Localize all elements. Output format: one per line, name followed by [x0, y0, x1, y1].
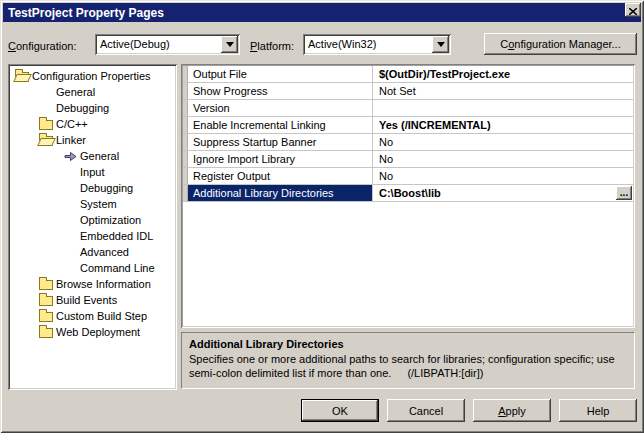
cancel-button[interactable]: Cancel: [387, 399, 465, 422]
property-row-output-file[interactable]: Output File$(OutDir)/TestProject.exe: [183, 66, 633, 83]
platform-label: Platform:: [250, 39, 294, 53]
description-text: Specifies one or more additional paths t…: [189, 352, 627, 380]
tree-item-debugging[interactable]: Debugging: [11, 100, 174, 116]
property-value[interactable]: C:\Boost\lib...: [373, 185, 633, 201]
folder-icon: [39, 120, 53, 130]
tree-item-c-cpp[interactable]: C/C++: [11, 116, 174, 132]
property-pages-dialog: TestProject Property Pages Configuration…: [0, 0, 644, 433]
property-value[interactable]: No: [373, 134, 633, 150]
tree-item-embedded-idl[interactable]: Embedded IDL: [11, 228, 174, 244]
property-row-register-output[interactable]: Register OutputNo: [183, 168, 633, 185]
configuration-manager-button[interactable]: Configuration Manager...: [484, 33, 637, 55]
property-value[interactable]: [373, 100, 633, 116]
configuration-select[interactable]: Active(Debug): [95, 34, 240, 55]
tree-item-command-line[interactable]: Command Line: [11, 260, 174, 276]
close-icon: [629, 3, 637, 18]
compiler-flag: (/LIBPATH:[dir]): [407, 367, 483, 379]
platform-select-value: Active(Win32): [303, 37, 430, 52]
close-button[interactable]: [625, 3, 641, 17]
tree-item-browse-information[interactable]: Browse Information: [11, 276, 174, 292]
apply-button[interactable]: Apply: [473, 399, 551, 422]
tree-item-custom-build-step[interactable]: Custom Build Step: [11, 308, 174, 324]
folder-icon: [39, 328, 53, 338]
tree-item-web-deployment[interactable]: Web Deployment: [11, 324, 174, 340]
tree-item-optimization[interactable]: Optimization: [11, 212, 174, 228]
property-value[interactable]: No: [373, 151, 633, 167]
property-row-show-progress[interactable]: Show ProgressNot Set: [183, 83, 633, 100]
tree-item-system[interactable]: System: [11, 196, 174, 212]
property-row-ignore-import-library[interactable]: Ignore Import LibraryNo: [183, 151, 633, 168]
folder-open-icon: [39, 136, 53, 146]
property-row-incremental-linking[interactable]: Enable Incremental LinkingYes (/INCREMEN…: [183, 117, 633, 134]
description-panel: Additional Library Directories Specifies…: [181, 332, 635, 389]
help-button[interactable]: Help: [559, 399, 637, 422]
folder-icon: [39, 280, 53, 290]
dialog-buttons: OK Cancel Apply Help: [301, 399, 637, 422]
tree-item-advanced[interactable]: Advanced: [11, 244, 174, 260]
property-row-additional-library-directories[interactable]: Additional Library DirectoriesC:\Boost\l…: [183, 185, 633, 202]
tree-item-linker-debugging[interactable]: Debugging: [11, 180, 174, 196]
description-title: Additional Library Directories: [189, 337, 627, 351]
tree-item-linker-general-selected[interactable]: General: [11, 148, 174, 164]
property-value[interactable]: Yes (/INCREMENTAL): [373, 117, 633, 133]
tree-item-general[interactable]: General: [11, 84, 174, 100]
title-bar: TestProject Property Pages: [3, 3, 641, 22]
platform-select[interactable]: Active(Win32): [303, 34, 451, 55]
tree-item-build-events[interactable]: Build Events: [11, 292, 174, 308]
property-row-suppress-banner[interactable]: Suppress Startup BannerNo: [183, 134, 633, 151]
tree-item-linker[interactable]: Linker: [11, 132, 174, 148]
folder-icon: [39, 296, 53, 306]
property-grid: Output File$(OutDir)/TestProject.exe Sho…: [181, 64, 635, 328]
property-row-version[interactable]: Version: [183, 100, 633, 117]
configuration-label: Configuration:: [8, 39, 77, 53]
category-tree: Configuration Properties General Debuggi…: [8, 64, 177, 390]
browse-ellipsis-button[interactable]: ...: [616, 186, 632, 200]
chevron-down-icon[interactable]: [221, 36, 238, 53]
property-value[interactable]: Not Set: [373, 83, 633, 99]
tree-item-input[interactable]: Input: [11, 164, 174, 180]
configuration-select-value: Active(Debug): [95, 37, 219, 52]
folder-open-icon: [15, 72, 29, 82]
property-value[interactable]: $(OutDir)/TestProject.exe: [373, 66, 633, 82]
tree-item-configuration-properties[interactable]: Configuration Properties: [11, 68, 174, 84]
property-value[interactable]: No: [373, 168, 633, 184]
folder-icon: [39, 312, 53, 322]
window-title: TestProject Property Pages: [8, 6, 164, 20]
ok-button[interactable]: OK: [301, 399, 379, 422]
chevron-down-icon[interactable]: [432, 36, 449, 53]
current-page-arrow-icon: [63, 150, 77, 162]
